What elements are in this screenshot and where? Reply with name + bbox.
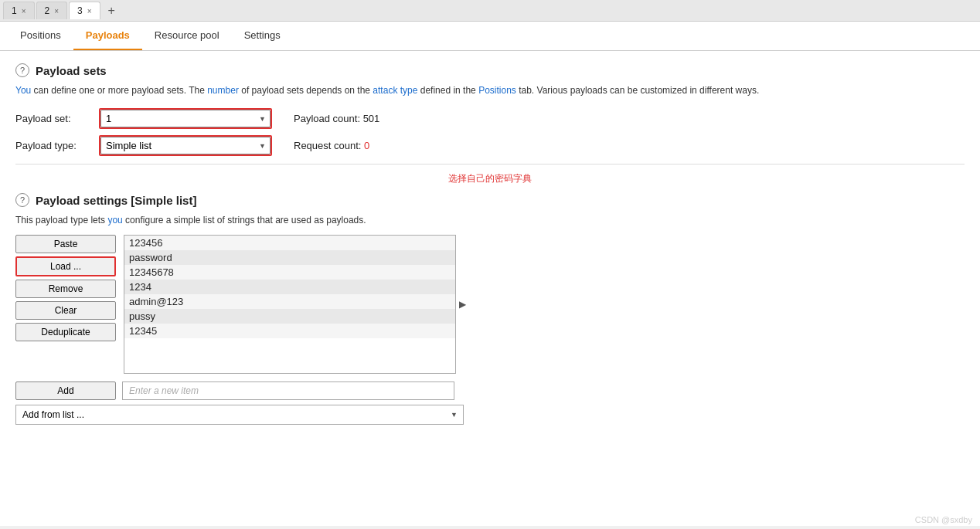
payload-sets-title: Payload sets bbox=[36, 64, 107, 77]
payload-count: Payload count: 501 bbox=[294, 113, 379, 124]
list-item[interactable]: 12345 bbox=[124, 324, 455, 338]
nav-tab-positions[interactable]: Positions bbox=[8, 22, 73, 50]
tab-1[interactable]: 1 × bbox=[3, 2, 35, 19]
payload-sets-description: You can define one or more payload sets.… bbox=[15, 83, 965, 97]
list-item[interactable]: 1234 bbox=[124, 280, 455, 294]
paste-button[interactable]: Paste bbox=[15, 235, 116, 253]
button-column: Paste Load ... Remove Clear Deduplicate bbox=[15, 235, 116, 341]
payload-settings-description: This payload type lets you configure a s… bbox=[15, 213, 965, 227]
tab-3-close[interactable]: × bbox=[87, 7, 92, 15]
payload-settings-help-icon[interactable]: ? bbox=[15, 193, 29, 207]
payload-type-row: Payload type: Simple list Runtime file C… bbox=[15, 135, 965, 156]
add-from-list-select-wrapper: Add from list ... bbox=[15, 405, 464, 425]
add-row: Add bbox=[15, 381, 965, 400]
add-from-list-select[interactable]: Add from list ... bbox=[15, 405, 464, 425]
tab-1-close[interactable]: × bbox=[22, 7, 26, 15]
list-container: 123456password123456781234admin@123pussy… bbox=[124, 235, 466, 374]
tab-bar: 1 × 2 × 3 × + bbox=[0, 0, 980, 22]
annotation-text: 选择自己的密码字典 bbox=[15, 172, 965, 185]
list-item[interactable]: 12345678 bbox=[124, 265, 455, 280]
payload-set-label: Payload set: bbox=[15, 113, 93, 124]
load-button[interactable]: Load ... bbox=[15, 256, 116, 276]
nav-tab-payloads[interactable]: Payloads bbox=[73, 22, 142, 50]
request-count: Request count: 0 bbox=[294, 140, 369, 151]
payload-set-select-wrapper: 1 2 bbox=[100, 110, 271, 127]
tab-3-label: 3 bbox=[77, 5, 83, 16]
nav-tab-resource-pool[interactable]: Resource pool bbox=[142, 22, 232, 50]
request-count-value: 0 bbox=[364, 140, 369, 151]
payload-count-number: 501 bbox=[363, 113, 380, 124]
add-item-input[interactable] bbox=[122, 381, 454, 400]
payload-sets-header: ? Payload sets bbox=[15, 63, 965, 77]
payload-set-select[interactable]: 1 2 bbox=[100, 110, 271, 127]
payload-settings-title: Payload settings [Simple list] bbox=[36, 194, 196, 207]
add-button[interactable]: Add bbox=[15, 381, 116, 400]
nav-tab-settings[interactable]: Settings bbox=[232, 22, 293, 50]
list-item[interactable]: pussy bbox=[124, 309, 455, 324]
content-area: ? Payload sets You can define one or mor… bbox=[0, 51, 980, 526]
add-tab-button[interactable]: + bbox=[102, 4, 121, 18]
payload-list-area: Paste Load ... Remove Clear Deduplicate … bbox=[15, 235, 965, 374]
tab-2[interactable]: 2 × bbox=[36, 2, 68, 19]
payload-type-label: Payload type: bbox=[15, 140, 93, 151]
list-item[interactable]: 123456 bbox=[124, 236, 455, 250]
tab-1-label: 1 bbox=[12, 5, 17, 16]
tab-3[interactable]: 3 × bbox=[69, 2, 100, 19]
list-item[interactable]: admin@123 bbox=[124, 294, 455, 309]
deduplicate-button[interactable]: Deduplicate bbox=[15, 323, 116, 341]
clear-button[interactable]: Clear bbox=[15, 301, 116, 320]
remove-button[interactable]: Remove bbox=[15, 280, 116, 298]
add-from-list-row: Add from list ... bbox=[15, 405, 965, 425]
payload-type-select[interactable]: Simple list Runtime file Custom iterator bbox=[100, 137, 271, 154]
divider-1 bbox=[15, 164, 965, 164]
payload-settings-header: ? Payload settings [Simple list] bbox=[15, 193, 965, 207]
watermark: CSDN @sxdby bbox=[915, 515, 972, 524]
payload-sets-help-icon[interactable]: ? bbox=[15, 63, 29, 77]
arrow-right-icon: ▶ bbox=[459, 299, 466, 310]
tab-2-label: 2 bbox=[45, 5, 50, 16]
nav-tabs: Positions Payloads Resource pool Setting… bbox=[0, 22, 980, 51]
payload-listbox[interactable]: 123456password123456781234admin@123pussy… bbox=[124, 235, 456, 374]
payload-type-select-wrapper: Simple list Runtime file Custom iterator bbox=[100, 137, 271, 154]
tab-2-close[interactable]: × bbox=[54, 7, 59, 15]
list-item[interactable]: password bbox=[124, 250, 455, 265]
payload-set-row: Payload set: 1 2 Payload count: 501 bbox=[15, 108, 965, 129]
